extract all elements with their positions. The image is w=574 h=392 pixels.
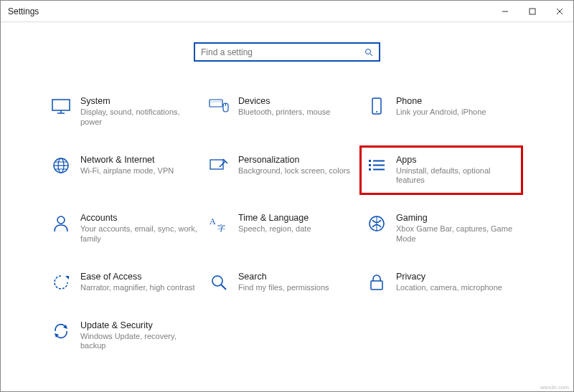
tile-subtitle: Location, camera, microphone <box>396 283 514 293</box>
paint-icon <box>208 155 230 176</box>
tile-title: Update & Security <box>80 320 198 330</box>
tile-update-security[interactable]: Update & Security Windows Update, recove… <box>50 317 201 355</box>
maximize-button[interactable] <box>519 1 546 21</box>
svg-point-39 <box>212 276 222 286</box>
tile-search[interactable]: Search Find my files, permissions <box>208 269 359 296</box>
svg-rect-29 <box>369 168 371 171</box>
tile-network[interactable]: Network & Internet Wi-Fi, airplane mode,… <box>50 152 201 189</box>
tile-title: Apps <box>396 155 514 165</box>
tile-title: Gaming <box>396 213 514 223</box>
window-buttons <box>491 1 573 21</box>
magnifier-icon <box>208 272 230 293</box>
svg-marker-38 <box>65 276 69 279</box>
tile-accounts[interactable]: Accounts Your accounts, email, sync, wor… <box>50 210 201 247</box>
svg-text:字: 字 <box>217 224 225 232</box>
tile-title: Privacy <box>396 272 514 282</box>
search-icon <box>364 48 373 57</box>
person-icon <box>50 213 72 234</box>
svg-point-11 <box>213 101 214 102</box>
svg-line-5 <box>370 54 372 56</box>
svg-point-14 <box>220 101 220 102</box>
tile-subtitle: Uninstall, defaults, optional features <box>396 166 514 186</box>
tile-title: Search <box>238 272 356 282</box>
close-button[interactable] <box>546 1 573 21</box>
tile-subtitle: Find my files, permissions <box>238 283 356 293</box>
watermark: wsxdn.com <box>540 384 569 391</box>
tile-title: Time & Language <box>238 213 356 223</box>
tile-ease-of-access[interactable]: Ease of Access Narrator, magnifier, high… <box>50 269 201 296</box>
tile-subtitle: Link your Android, iPhone <box>396 107 514 118</box>
svg-point-12 <box>215 101 216 102</box>
tile-subtitle: Windows Update, recovery, backup <box>80 332 198 352</box>
tile-subtitle: Bluetooth, printers, mouse <box>238 107 356 118</box>
tile-subtitle: Your accounts, email, sync, work, family <box>80 224 198 244</box>
phone-icon <box>366 96 387 118</box>
titlebar: Settings <box>1 1 573 22</box>
svg-point-10 <box>211 101 212 102</box>
tile-title: Ease of Access <box>80 272 198 282</box>
minimize-icon <box>502 8 509 15</box>
tile-apps[interactable]: Apps Uninstall, defaults, optional featu… <box>366 152 517 189</box>
svg-line-26 <box>220 161 225 167</box>
svg-point-13 <box>217 101 218 102</box>
svg-point-33 <box>57 216 65 224</box>
tile-gaming[interactable]: Gaming Xbox Game Bar, captures, Game Mod… <box>366 210 517 247</box>
svg-rect-9 <box>210 100 222 107</box>
tile-title: Phone <box>396 96 514 106</box>
close-icon <box>556 8 563 15</box>
minimize-button[interactable] <box>491 1 519 21</box>
settings-window: Settings <box>0 0 574 392</box>
sync-icon <box>50 320 72 342</box>
ease-icon <box>50 272 72 293</box>
svg-rect-28 <box>369 164 371 166</box>
monitor-icon <box>50 96 72 118</box>
lock-icon <box>366 272 387 293</box>
maximize-icon <box>529 8 536 15</box>
tile-system[interactable]: System Display, sound, notifications, po… <box>50 93 201 130</box>
search-input[interactable] <box>201 47 352 57</box>
svg-rect-1 <box>530 9 535 14</box>
keyboard-icon <box>208 96 230 118</box>
tile-title: System <box>80 96 198 106</box>
svg-point-18 <box>376 111 377 113</box>
list-icon <box>366 155 387 176</box>
tile-personalization[interactable]: Personalization Background, lock screen,… <box>208 152 359 189</box>
svg-point-4 <box>366 49 371 54</box>
tile-subtitle: Background, lock screen, colors <box>238 166 356 176</box>
tile-subtitle: Speech, region, date <box>238 224 356 234</box>
svg-rect-41 <box>371 281 382 290</box>
tile-subtitle: Narrator, magnifier, high contrast <box>80 283 198 293</box>
window-title: Settings <box>8 6 39 16</box>
svg-text:A: A <box>210 216 216 226</box>
svg-rect-24 <box>210 160 223 169</box>
tile-subtitle: Xbox Game Bar, captures, Game Mode <box>396 224 514 244</box>
gaming-icon <box>366 213 387 234</box>
svg-rect-6 <box>52 100 70 110</box>
svg-rect-27 <box>369 160 371 162</box>
language-icon: A字 <box>208 213 230 234</box>
settings-grid: System Display, sound, notifications, po… <box>50 93 524 354</box>
tile-privacy[interactable]: Privacy Location, camera, microphone <box>366 269 517 296</box>
globe-icon <box>50 155 72 176</box>
tile-title: Accounts <box>80 213 198 223</box>
content-area: System Display, sound, notifications, po… <box>1 22 573 354</box>
tile-subtitle: Display, sound, notifications, power <box>80 107 198 128</box>
tile-devices[interactable]: Devices Bluetooth, printers, mouse <box>208 93 359 130</box>
tile-title: Devices <box>238 96 356 106</box>
search-wrap <box>1 42 573 62</box>
tile-subtitle: Wi-Fi, airplane mode, VPN <box>80 166 198 176</box>
tile-title: Personalization <box>238 155 356 165</box>
tile-time-language[interactable]: A字 Time & Language Speech, region, date <box>208 210 359 247</box>
tile-phone[interactable]: Phone Link your Android, iPhone <box>366 93 517 130</box>
tile-title: Network & Internet <box>80 155 198 165</box>
search-box[interactable] <box>194 42 380 62</box>
svg-line-40 <box>221 285 226 290</box>
